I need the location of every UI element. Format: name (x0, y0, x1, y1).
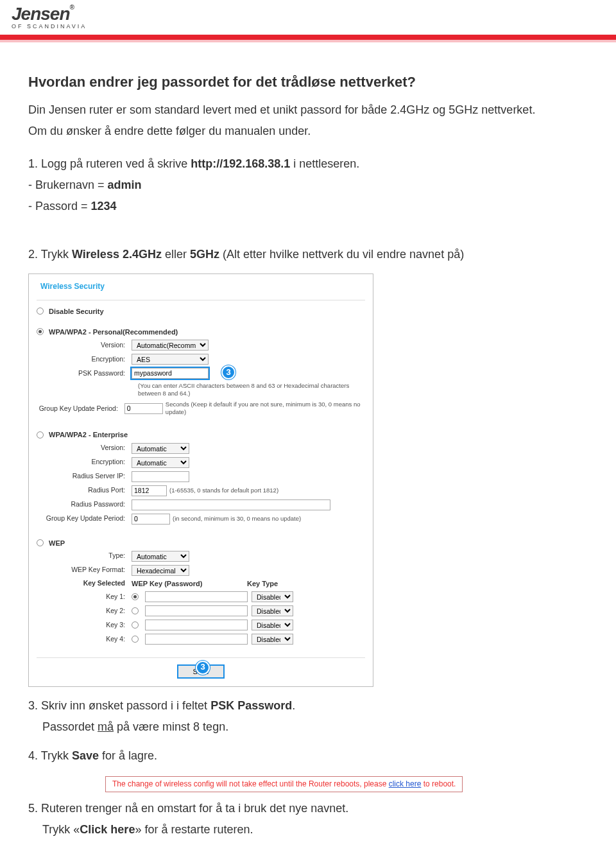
key1-input[interactable] (145, 591, 248, 602)
key1-radio[interactable] (132, 593, 139, 600)
wep-key1: Key 1: Disabled (37, 591, 365, 602)
step2-mid: eller (162, 248, 190, 261)
key4-radio[interactable] (132, 636, 139, 643)
step3-psk: PSK Password (210, 699, 292, 712)
option-disable: Disable Security (37, 307, 365, 316)
ent-encryption-select[interactable]: Automatic (132, 457, 189, 468)
wep-keyfmt-select[interactable]: Hexadecimal (132, 565, 189, 576)
step1-pass-label: - Passord = (28, 200, 91, 213)
header-bar-red (0, 35, 616, 40)
wep-label: WEP (49, 539, 65, 548)
key1-type-select[interactable]: Disabled (252, 591, 293, 602)
step4-a: 4. Trykk (28, 749, 72, 762)
intro-line-2: Om du ønsker å endre dette følger du man… (28, 124, 588, 139)
reboot-infobox: The change of wireless config will not t… (105, 776, 463, 792)
step1-tail: i nettleseren. (290, 157, 359, 170)
key3-radio[interactable] (132, 621, 139, 629)
radius-pw-label: Radius Password: (37, 500, 132, 508)
row-ent-version: Version: Automatic (37, 443, 365, 454)
radio-disable[interactable] (37, 308, 44, 315)
radio-wpa-personal[interactable] (37, 328, 44, 335)
radius-ip-label: Radius Server IP: (37, 472, 132, 480)
wep-key2: Key 2: Disabled (37, 605, 365, 616)
key4-label: Key 4: (37, 635, 132, 643)
version-select[interactable]: Automatic(Recommended) (132, 340, 209, 351)
option-wpa-enterprise: WPA/WPA2 - Enterprise (37, 430, 365, 439)
step2-a: 2. Trykk (28, 248, 72, 261)
ent-version-select[interactable]: Automatic (132, 443, 189, 454)
page-title: Hvordan endrer jeg passordet for det trå… (28, 73, 588, 91)
row-wep-keyfmt: WEP Key Format: Hexadecimal (37, 565, 365, 576)
brand-header: Jensen® OF SCANDINAVIA (0, 0, 616, 32)
step-1: 1. Logg på ruteren ved å skrive http://1… (28, 157, 588, 171)
key1-label: Key 1: (37, 593, 132, 601)
info-text: The change of wireless config will not t… (112, 779, 389, 788)
step4-save: Save (72, 749, 99, 762)
ent-gku-input[interactable] (132, 514, 170, 525)
key2-input[interactable] (145, 605, 248, 616)
psk-label: PSK Password: (37, 369, 132, 377)
wep-keyfmt-label: WEP Key Format: (37, 566, 132, 574)
wep-key3: Key 3: Disabled (37, 620, 365, 630)
step1-pass: - Passord = 1234 (28, 199, 588, 214)
brand-logo: Jensen® (12, 4, 74, 24)
step3-dot: . (292, 699, 295, 712)
step3-d: Passordet (42, 720, 98, 733)
step3-must: må (98, 720, 114, 733)
step1-url: http://192.168.38.1 (191, 157, 290, 170)
radio-wep[interactable] (37, 539, 44, 546)
step1-user-value: admin (108, 178, 142, 191)
radius-port-input[interactable] (132, 485, 167, 496)
divider (37, 300, 365, 300)
key-password-header: WEP Key (Password) (132, 579, 247, 588)
step3-tail: på være minst 8 tegn. (114, 720, 228, 733)
row-radius-port: Radius Port: (1-65535, 0 stands for defa… (37, 485, 365, 496)
callout-3a: 3 (221, 365, 235, 379)
panel-title: Wireless Security (40, 282, 365, 291)
disable-label: Disable Security (49, 307, 104, 316)
key3-label: Key 3: (37, 621, 132, 629)
row-wep-type: Type: Automatic (37, 551, 365, 562)
key2-label: Key 2: (37, 607, 132, 615)
row-psk: PSK Password: 3 (37, 368, 365, 379)
key2-type-select[interactable]: Disabled (252, 605, 293, 616)
ent-version-label: Version: (37, 444, 132, 452)
brand-tagline: OF SCANDINAVIA (12, 23, 604, 30)
step2-w24: Wireless 2.4GHz (72, 248, 162, 261)
step2-tail: (Alt etter hvilke nettverk du vil endre … (219, 248, 464, 261)
key3-type-select[interactable]: Disabled (252, 620, 293, 630)
reg-mark: ® (70, 4, 74, 11)
key4-input[interactable] (145, 634, 248, 645)
step4-tail: for å lagre. (99, 749, 157, 762)
info-tail: to reboot. (421, 779, 456, 788)
panel-footer: Save 3 (37, 657, 365, 679)
step-3b: Passordet må på være minst 8 tegn. (42, 720, 588, 734)
reboot-link[interactable]: click here (389, 779, 422, 788)
radio-wpa-enterprise[interactable] (37, 431, 44, 438)
key2-radio[interactable] (132, 607, 139, 614)
psk-password-input[interactable] (132, 368, 209, 379)
row-radius-ip: Radius Server IP: (37, 471, 365, 482)
version-label: Version: (37, 341, 132, 349)
step-5a: 5. Ruteren trenger nå en omstart for å t… (28, 801, 588, 816)
step5-click-here: Click here (80, 823, 135, 836)
step1-text: 1. Logg på ruteren ved å skrive (28, 157, 191, 170)
key-type-header: Key Type (247, 579, 278, 588)
gku-input[interactable] (124, 403, 163, 414)
radius-ip-input[interactable] (132, 471, 189, 482)
key3-input[interactable] (145, 620, 248, 630)
step5-b: Trykk « (42, 823, 80, 836)
step1-user-label: - Brukernavn = (28, 178, 108, 191)
wep-type-select[interactable]: Automatic (132, 551, 189, 562)
psk-note: (You can enter ASCII characters between … (138, 382, 365, 397)
encryption-label: Encryption: (37, 355, 132, 363)
step-2: 2. Trykk Wireless 2.4GHz eller 5GHz (Alt… (28, 247, 588, 262)
ent-gku-label: Group Key Update Period: (37, 514, 132, 523)
step2-w5: 5GHz (190, 248, 219, 261)
key4-type-select[interactable]: Disabled (252, 634, 293, 645)
encryption-select[interactable]: AES (132, 354, 209, 365)
step1-user: - Brukernavn = admin (28, 178, 588, 193)
radius-pw-input[interactable] (132, 499, 330, 510)
row-version: Version: Automatic(Recommended) (37, 340, 365, 351)
intro-line-1: Din Jensen ruter er som standard levert … (28, 103, 588, 117)
